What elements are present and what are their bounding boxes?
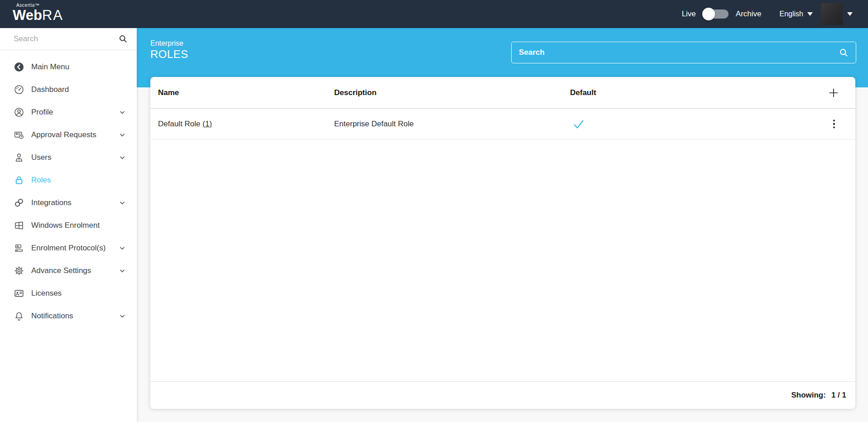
- archive-label: Archive: [736, 10, 762, 19]
- sidebar-item-licenses[interactable]: Licenses: [0, 282, 137, 305]
- sidebar-item-label: Profile: [31, 108, 53, 117]
- sidebar-item-label: Integrations: [31, 198, 72, 207]
- roles-search: [511, 42, 856, 63]
- lock-icon: [14, 175, 24, 186]
- page-eyebrow: Enterprise: [150, 38, 188, 48]
- default-check-icon: [572, 118, 585, 130]
- chevron-down-icon[interactable]: [119, 199, 126, 206]
- sidebar-item-label: Roles: [31, 176, 51, 185]
- search-icon[interactable]: [839, 48, 849, 58]
- sidebar-item-label: Windows Enrolment: [31, 221, 100, 230]
- profile-icon: [14, 107, 24, 118]
- row-actions-kebab-icon[interactable]: [832, 118, 837, 130]
- windows-icon: [14, 220, 24, 231]
- language-label: English: [780, 10, 803, 18]
- showing-value: 1 / 1: [831, 391, 846, 399]
- chevron-down-icon[interactable]: [119, 154, 126, 161]
- sidebar-item-label: Notifications: [31, 312, 73, 321]
- showing-label: Showing:: [791, 391, 825, 399]
- chain-icon: [14, 197, 24, 208]
- column-header-name: Name: [158, 88, 179, 97]
- gauge-icon: [14, 84, 24, 95]
- sidebar-item-label: Advance Settings: [31, 266, 91, 275]
- role-name-cell: Default Role (1): [158, 120, 212, 129]
- language-dropdown[interactable]: English: [780, 10, 813, 18]
- sidebar-item-label: Licenses: [31, 289, 62, 298]
- live-archive-toggle[interactable]: [703, 10, 729, 19]
- topbar-right-cluster: Live Archive English: [682, 0, 853, 28]
- brand-product: WebRA: [13, 8, 63, 23]
- role-description-cell: Enterprise Default Role: [334, 120, 414, 129]
- id-card-icon: [14, 288, 24, 299]
- sidebar-search-input[interactable]: [0, 28, 137, 50]
- table-header-row: Name Description Default: [150, 77, 855, 109]
- roles-table-card: Name Description Default Default Role (1…: [150, 77, 855, 409]
- chevron-down-icon: [807, 12, 813, 16]
- gear-icon: [14, 265, 24, 276]
- add-role-button[interactable]: [828, 87, 839, 99]
- sidebar-item-notifications[interactable]: Notifications: [0, 305, 137, 327]
- back-circle-icon: [14, 62, 24, 72]
- sidebar-search: [0, 28, 137, 50]
- column-header-default: Default: [570, 88, 596, 97]
- sidebar-item-users[interactable]: Users: [0, 146, 137, 169]
- live-label: Live: [682, 10, 696, 19]
- sidebar-item-integrations[interactable]: Integrations: [0, 192, 137, 214]
- sidebar-item-windows-enrolment[interactable]: Windows Enrolment: [0, 214, 137, 237]
- sidebar-item-label: Users: [31, 153, 51, 162]
- top-bar: Ascertia™ WebRA Live Archive English: [0, 0, 868, 28]
- search-icon[interactable]: [119, 34, 128, 43]
- sidebar-item-advance-settings[interactable]: Advance Settings: [0, 259, 137, 282]
- chevron-down-icon[interactable]: [119, 312, 126, 320]
- sidebar-item-dashboard[interactable]: Dashboard: [0, 78, 137, 101]
- sidebar-item-roles[interactable]: Roles: [0, 169, 137, 192]
- sidebar-item-main-menu[interactable]: Main Menu: [0, 56, 137, 78]
- protocol-icon: [14, 243, 24, 254]
- chevron-down-icon[interactable]: [119, 109, 126, 116]
- sidebar-item-label: Main Menu: [31, 62, 69, 72]
- roles-search-input[interactable]: [512, 42, 856, 63]
- page-title-block: Enterprise ROLES: [150, 38, 188, 60]
- toggle-knob[interactable]: [702, 8, 715, 20]
- sidebar-item-label: Approval Requests: [31, 130, 96, 139]
- bell-icon: [14, 311, 24, 321]
- chevron-down-icon[interactable]: [119, 131, 126, 139]
- sidebar-item-label: Enrolment Protocol(s): [31, 244, 106, 253]
- sidebar: Main Menu Dashboard Profile Approval Req…: [0, 28, 137, 422]
- showing-counter: Showing:1 / 1: [791, 391, 846, 400]
- avatar[interactable]: [821, 3, 843, 25]
- page-title: ROLES: [150, 48, 188, 60]
- sidebar-item-enrolment-protocols[interactable]: Enrolment Protocol(s): [0, 237, 137, 259]
- app-logo: Ascertia™ WebRA: [13, 3, 63, 23]
- column-header-description: Description: [334, 88, 377, 97]
- table-footer: Showing:1 / 1: [150, 381, 855, 409]
- table-row[interactable]: Default Role (1) Enterprise Default Role: [150, 109, 855, 139]
- chevron-down-icon[interactable]: [119, 245, 126, 252]
- role-count-link[interactable]: (1): [202, 120, 212, 128]
- sidebar-menu: Main Menu Dashboard Profile Approval Req…: [0, 56, 137, 327]
- sidebar-item-profile[interactable]: Profile: [0, 101, 137, 124]
- chevron-down-icon[interactable]: [119, 267, 126, 274]
- sidebar-item-label: Dashboard: [31, 85, 69, 94]
- sidebar-item-approval-requests[interactable]: Approval Requests: [0, 124, 137, 146]
- approval-card-icon: [14, 129, 24, 140]
- user-icon: [14, 152, 24, 163]
- user-menu-chevron-icon[interactable]: [847, 12, 853, 16]
